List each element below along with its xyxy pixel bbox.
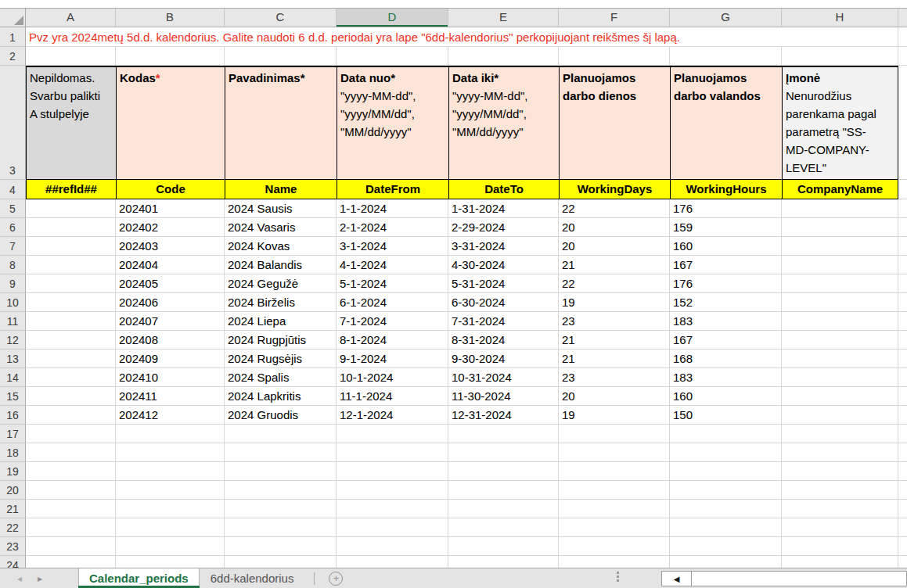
cell-G24[interactable] — [670, 556, 782, 568]
cell-A23[interactable] — [26, 537, 116, 556]
cell-C22[interactable] — [225, 518, 337, 537]
cell-E18[interactable] — [448, 443, 559, 462]
cell-G6[interactable]: 159 — [670, 218, 782, 237]
cell-G3[interactable]: Planuojamos darbo valandos — [670, 66, 782, 180]
cell-H13[interactable] — [782, 350, 898, 368]
cell-C21[interactable] — [225, 500, 337, 518]
cell-A2[interactable] — [26, 47, 116, 66]
cell-H6[interactable] — [782, 218, 898, 237]
cell-A13[interactable] — [26, 350, 116, 368]
cell-B16[interactable]: 202412 — [116, 406, 225, 425]
cell-B18[interactable] — [116, 443, 225, 462]
cell-A19[interactable] — [26, 462, 116, 481]
column-header-B[interactable]: B — [116, 9, 225, 27]
cell-B2[interactable] — [116, 47, 225, 66]
cell-B10[interactable]: 202406 — [116, 293, 225, 312]
cell-C9[interactable]: 2024 Gegužė — [225, 274, 337, 293]
cell-F12[interactable]: 21 — [559, 331, 670, 350]
cell-E14[interactable]: 10-31-2024 — [448, 368, 559, 387]
cell-G18[interactable] — [670, 443, 782, 462]
cell-D15[interactable]: 11-1-2024 — [337, 387, 448, 406]
tab-nav-right-icon[interactable]: ▸ — [38, 573, 42, 584]
cell-A1-note[interactable]: Pvz yra 2024metų 5d.d. kalendorius. Gali… — [26, 27, 898, 47]
cell-G14[interactable]: 183 — [670, 368, 782, 387]
cell-G19[interactable] — [670, 462, 782, 481]
cell-E6[interactable]: 2-29-2024 — [448, 218, 559, 237]
row-header-18[interactable]: 18 — [0, 443, 26, 462]
cell-F9[interactable]: 22 — [559, 274, 670, 293]
cell-F6[interactable]: 20 — [559, 218, 670, 237]
cell-E23[interactable] — [448, 537, 559, 556]
cell-F17[interactable] — [559, 425, 670, 443]
cell-H22[interactable] — [782, 518, 898, 537]
cell-D2[interactable] — [337, 47, 448, 66]
cell-A17[interactable] — [26, 425, 116, 443]
row-header-20[interactable]: 20 — [0, 481, 26, 500]
cell-E13[interactable]: 9-30-2024 — [448, 350, 559, 368]
column-header-E[interactable]: E — [448, 9, 559, 27]
cell-G9[interactable]: 176 — [670, 274, 782, 293]
cell-F22[interactable] — [559, 518, 670, 537]
cell-C16[interactable]: 2024 Gruodis — [225, 406, 337, 425]
cell-H20[interactable] — [782, 481, 898, 500]
row-header-7[interactable]: 7 — [0, 237, 26, 256]
row-header-5[interactable]: 5 — [0, 199, 26, 218]
cell-F13[interactable]: 21 — [559, 350, 670, 368]
cell-A24[interactable] — [26, 556, 116, 568]
cell-C20[interactable] — [225, 481, 337, 500]
cell-G20[interactable] — [670, 481, 782, 500]
cell-G8[interactable]: 167 — [670, 256, 782, 274]
row-header-15[interactable]: 15 — [0, 387, 26, 406]
row-header-23[interactable]: 23 — [0, 537, 26, 556]
cell-D22[interactable] — [337, 518, 448, 537]
cell-C23[interactable] — [225, 537, 337, 556]
cell-H15[interactable] — [782, 387, 898, 406]
cell-C3[interactable]: Pavadinimas* — [225, 66, 337, 180]
cell-F15[interactable]: 20 — [559, 387, 670, 406]
cell-F11[interactable]: 23 — [559, 312, 670, 331]
row-header-14[interactable]: 14 — [0, 368, 26, 387]
cell-B5[interactable]: 202401 — [116, 199, 225, 218]
cell-F14[interactable]: 23 — [559, 368, 670, 387]
row-header-10[interactable]: 10 — [0, 293, 26, 312]
cell-D3[interactable]: Data nuo*"yyyy-MM-dd", "yyyy/MM/dd", "MM… — [337, 66, 448, 180]
row-header-3[interactable]: 3 — [0, 66, 26, 180]
cell-E8[interactable]: 4-30-2024 — [448, 256, 559, 274]
cell-C6[interactable]: 2024 Vasaris — [225, 218, 337, 237]
cell-B3[interactable]: Kodas* — [116, 66, 225, 180]
cell-B15[interactable]: 202411 — [116, 387, 225, 406]
row-header-24[interactable]: 24 — [0, 556, 26, 568]
cell-H3[interactable]: ĮmonėNenurodžius parenkama pagal paramet… — [782, 66, 898, 180]
horizontal-scrollbar-thumb[interactable] — [692, 572, 906, 586]
cell-C8[interactable]: 2024 Balandis — [225, 256, 337, 274]
cell-A5[interactable] — [26, 199, 116, 218]
row-header-2[interactable]: 2 — [0, 47, 26, 66]
cell-B20[interactable] — [116, 481, 225, 500]
cell-F24[interactable] — [559, 556, 670, 568]
cell-G4-field[interactable]: WorkingHours — [670, 180, 782, 199]
sheet-tab-6dd-kalendorius[interactable]: 6dd-kalendorius — [200, 568, 305, 588]
sheet-tab-calendar-periods[interactable]: Calendar_periods — [78, 568, 200, 588]
cell-E2[interactable] — [448, 47, 559, 66]
cell-D23[interactable] — [337, 537, 448, 556]
cell-G16[interactable]: 150 — [670, 406, 782, 425]
cell-H8[interactable] — [782, 256, 898, 274]
row-header-6[interactable]: 6 — [0, 218, 26, 237]
row-header-21[interactable]: 21 — [0, 500, 26, 518]
column-header-A[interactable]: A — [26, 9, 116, 27]
cell-F23[interactable] — [559, 537, 670, 556]
cell-B6[interactable]: 202402 — [116, 218, 225, 237]
cell-F18[interactable] — [559, 443, 670, 462]
column-header-F[interactable]: F — [559, 9, 670, 27]
cell-E17[interactable] — [448, 425, 559, 443]
row-header-11[interactable]: 11 — [0, 312, 26, 331]
cell-A10[interactable] — [26, 293, 116, 312]
cell-D6[interactable]: 2-1-2024 — [337, 218, 448, 237]
cell-B17[interactable] — [116, 425, 225, 443]
cell-B24[interactable] — [116, 556, 225, 568]
cell-F10[interactable]: 19 — [559, 293, 670, 312]
cell-F4-field[interactable]: WorkingDays — [559, 180, 670, 199]
cell-C18[interactable] — [225, 443, 337, 462]
cell-A12[interactable] — [26, 331, 116, 350]
cell-D24[interactable] — [337, 556, 448, 568]
